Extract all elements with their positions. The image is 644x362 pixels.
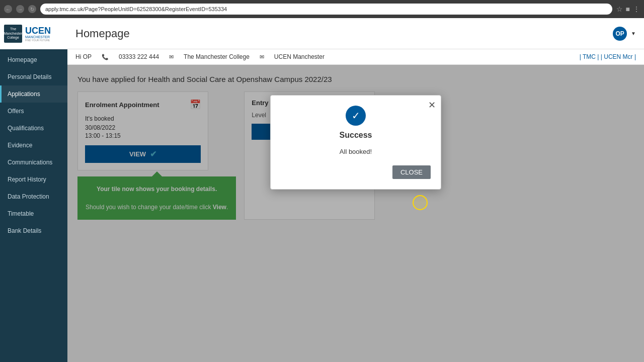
close-button[interactable]: CLOSE xyxy=(392,165,431,179)
page-title: Homepage xyxy=(75,27,130,40)
extensions-icon[interactable]: ■ xyxy=(626,5,630,13)
info-bar: Hi OP 03333 222 444 The Manchester Colle… xyxy=(67,49,644,65)
mail-icon-2 xyxy=(260,53,264,60)
sidebar-nav: Homepage Personal Details Applications O… xyxy=(0,49,67,239)
content-area: You have applied for Health and Social C… xyxy=(67,65,644,362)
url-text: apply.tmc.ac.uk/Page?PeopleUnitID=625283… xyxy=(45,6,227,12)
tmc-logo: TheManchesterCollege xyxy=(4,25,22,43)
chevron-down-icon: ▼ xyxy=(631,31,636,36)
ucen-logo: UCEN MANCHESTER FIND YOUR FUTURE xyxy=(25,26,51,42)
cursor-indicator xyxy=(413,195,428,210)
logo: TheManchesterCollege UCEN MANCHESTER FIN… xyxy=(0,18,67,49)
mail-icon xyxy=(169,53,174,60)
refresh-button[interactable]: ↻ xyxy=(28,5,36,13)
sidebar-item-homepage[interactable]: Homepage xyxy=(0,51,67,68)
browser-chrome: ← → ↻ apply.tmc.ac.uk/Page?PeopleUnitID=… xyxy=(0,0,644,18)
greeting-text: Hi OP xyxy=(75,53,92,60)
sidebar-item-applications[interactable]: Applications xyxy=(0,85,67,103)
sidebar-item-evidence[interactable]: Evidence xyxy=(0,137,67,154)
modal-footer: CLOSE xyxy=(281,165,431,179)
back-button[interactable]: ← xyxy=(4,5,12,13)
forward-button[interactable]: → xyxy=(16,5,24,13)
ucen-name: UCEN Manchester xyxy=(274,53,325,60)
browser-actions: ☆ ■ ⋮ xyxy=(616,5,640,13)
top-bar: Homepage OP ▼ xyxy=(67,18,644,49)
sidebar-item-timetable[interactable]: Timetable xyxy=(0,205,67,222)
sidebar-item-offers[interactable]: Offers xyxy=(0,103,67,120)
bookmark-icon[interactable]: ☆ xyxy=(616,5,623,13)
avatar[interactable]: OP xyxy=(613,27,627,41)
sidebar-item-data-protection[interactable]: Data Protection xyxy=(0,188,67,205)
modal-close-button[interactable]: ✕ xyxy=(428,100,436,111)
phone-icon xyxy=(102,53,109,60)
college-name: The Manchester College xyxy=(184,53,250,60)
phone-number: 03333 222 444 xyxy=(119,53,159,60)
sidebar-item-personal-details[interactable]: Personal Details xyxy=(0,68,67,85)
sidebar-item-qualifications[interactable]: Qualifications xyxy=(0,120,67,137)
menu-icon[interactable]: ⋮ xyxy=(633,5,640,13)
sidebar-item-communications[interactable]: Communications xyxy=(0,154,67,171)
modal-title: Success xyxy=(281,131,431,140)
info-links: | TMC | | UCEN Mcr | xyxy=(580,53,636,60)
modal-overlay: ✕ ✓ Success All booked! CLOSE xyxy=(67,65,644,362)
url-bar[interactable]: apply.tmc.ac.uk/Page?PeopleUnitID=625283… xyxy=(40,4,612,15)
modal-message: All booked! xyxy=(281,148,431,155)
success-modal: ✕ ✓ Success All booked! CLOSE xyxy=(270,95,441,190)
success-check-icon: ✓ xyxy=(346,106,366,126)
main-content: Homepage OP ▼ Hi OP 03333 222 444 The Ma… xyxy=(67,18,644,362)
sidebar-item-report-history[interactable]: Report History xyxy=(0,171,67,188)
sidebar-item-bank-details[interactable]: Bank Details xyxy=(0,222,67,239)
sidebar: TheManchesterCollege UCEN MANCHESTER FIN… xyxy=(0,18,67,362)
